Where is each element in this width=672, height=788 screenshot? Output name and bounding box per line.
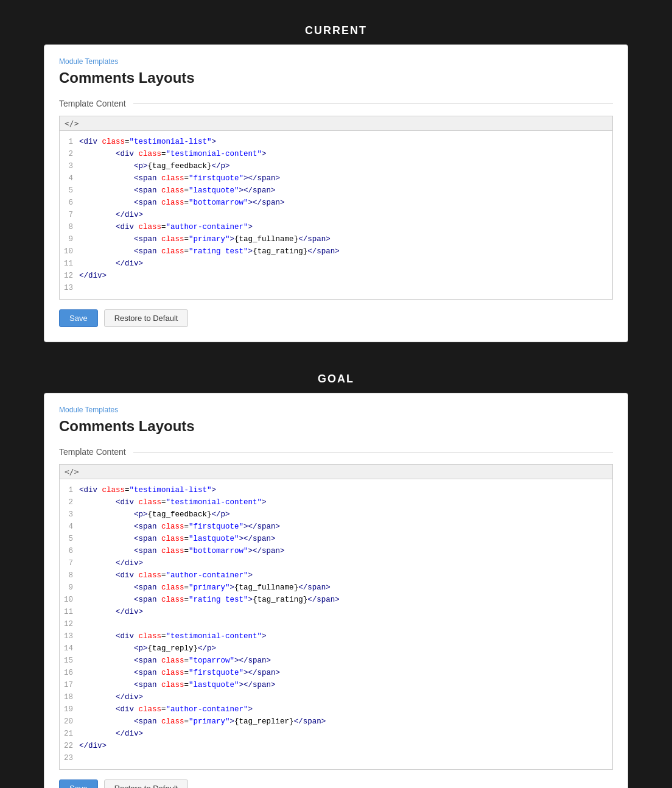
line-content: </div>: [79, 209, 612, 221]
table-row: 4 <span class="firstquote"></span>: [60, 172, 612, 185]
line-content: <div class="author-container">: [79, 703, 612, 716]
table-row: 1<div class="testimonial-list">: [60, 484, 612, 496]
table-row: 8 <div class="author-container">: [60, 221, 612, 233]
line-number: 2: [60, 148, 79, 160]
line-number: 3: [60, 160, 79, 172]
save-button-goal[interactable]: Save: [59, 779, 98, 788]
restore-button-goal[interactable]: Restore to Default: [104, 779, 189, 788]
table-row: 11 </div>: [60, 258, 612, 270]
line-content: <span class="firstquote"></span>: [79, 521, 612, 533]
line-number: 11: [60, 258, 79, 270]
line-number: 10: [60, 594, 79, 606]
line-content: <span class="rating test">{tag_rating}</…: [79, 594, 612, 606]
line-content: </div>: [79, 728, 612, 740]
table-row: 3 <p>{tag_feedback}</p>: [60, 508, 612, 521]
table-row: 3 <p>{tag_feedback}</p>: [60, 160, 612, 172]
table-row: 5 <span class="lastquote"></span>: [60, 185, 612, 197]
line-content: <span class="lastquote"></span>: [79, 679, 612, 691]
line-content: <div class="testimonial-content">: [79, 148, 612, 160]
line-number: 15: [60, 655, 79, 667]
line-number: 16: [60, 667, 79, 679]
table-row: 21 </div>: [60, 728, 612, 740]
line-content: </div>: [79, 606, 612, 618]
line-number: 19: [60, 703, 79, 716]
line-content: [79, 752, 612, 764]
editor-toolbar-label: </>: [65, 119, 79, 128]
current-section-label: CURRENT: [0, 24, 672, 37]
line-number: 1: [60, 484, 79, 496]
line-number: 10: [60, 245, 79, 258]
line-number: 12: [60, 618, 79, 630]
line-content: <span class="firstquote"></span>: [79, 667, 612, 679]
table-row: 6 <span class="bottomarrow"></span>: [60, 545, 612, 557]
line-content: <p>{tag_reply}</p>: [79, 642, 612, 655]
editor-toolbar: </>: [59, 116, 613, 131]
line-number: 17: [60, 679, 79, 691]
table-row: 10 <span class="rating test">{tag_rating…: [60, 245, 612, 258]
line-number: 9: [60, 233, 79, 245]
table-row: 22</div>: [60, 740, 612, 752]
line-number: 7: [60, 557, 79, 569]
section-heading-line-goal: [133, 452, 613, 452]
line-content: <span class="bottomarrow"></span>: [79, 545, 612, 557]
table-row: 19 <div class="author-container">: [60, 703, 612, 716]
restore-button-current[interactable]: Restore to Default: [104, 309, 189, 327]
table-row: 12: [60, 618, 612, 630]
code-editor-current[interactable]: 1<div class="testimonial-list">2 <div cl…: [59, 131, 613, 300]
line-content: <div class="author-container">: [79, 569, 612, 582]
line-number: 7: [60, 209, 79, 221]
line-number: 8: [60, 569, 79, 582]
line-number: 12: [60, 270, 79, 282]
line-content: </div>: [79, 691, 612, 703]
section-heading-line: [133, 104, 613, 104]
line-number: 3: [60, 508, 79, 521]
table-row: 12</div>: [60, 270, 612, 282]
line-number: 14: [60, 642, 79, 655]
table-row: 1<div class="testimonial-list">: [60, 136, 612, 148]
line-number: 4: [60, 172, 79, 185]
line-content: <span class="bottomarrow"></span>: [79, 197, 612, 209]
goal-section-label: GOAL: [0, 373, 672, 385]
table-row: 15 <span class="toparrow"></span>: [60, 655, 612, 667]
table-row: 23: [60, 752, 612, 764]
editor-toolbar-goal: </>: [59, 464, 613, 479]
table-row: 9 <span class="primary">{tag_fullname}</…: [60, 582, 612, 594]
button-row-current: Save Restore to Default: [59, 309, 613, 327]
section-heading-text-goal: Template Content: [59, 447, 126, 457]
page-title-goal: Comments Layouts: [59, 418, 613, 435]
line-content: <span class="primary">{tag_fullname}</sp…: [79, 582, 612, 594]
line-content: </div>: [79, 258, 612, 270]
table-row: 11 </div>: [60, 606, 612, 618]
line-number: 13: [60, 630, 79, 642]
line-number: 4: [60, 521, 79, 533]
table-row: 4 <span class="firstquote"></span>: [60, 521, 612, 533]
line-number: 5: [60, 533, 79, 545]
line-number: 20: [60, 716, 79, 728]
table-row: 13: [60, 282, 612, 294]
line-content: [79, 618, 612, 630]
line-content: <div class="author-container">: [79, 221, 612, 233]
line-content: <p>{tag_feedback}</p>: [79, 508, 612, 521]
table-row: 2 <div class="testimonial-content">: [60, 496, 612, 508]
line-content: <span class="toparrow"></span>: [79, 655, 612, 667]
breadcrumb: Module Templates: [59, 57, 613, 66]
line-content: </div>: [79, 557, 612, 569]
section-heading: Template Content: [59, 99, 613, 108]
table-row: 10 <span class="rating test">{tag_rating…: [60, 594, 612, 606]
line-content: <div class="testimonial-content">: [79, 496, 612, 508]
table-row: 2 <div class="testimonial-content">: [60, 148, 612, 160]
table-row: 5 <span class="lastquote"></span>: [60, 533, 612, 545]
line-number: 5: [60, 185, 79, 197]
line-number: 18: [60, 691, 79, 703]
line-number: 1: [60, 136, 79, 148]
save-button-current[interactable]: Save: [59, 309, 98, 327]
button-row-goal: Save Restore to Default: [59, 779, 613, 788]
line-number: 23: [60, 752, 79, 764]
line-number: 11: [60, 606, 79, 618]
table-row: 16 <span class="firstquote"></span>: [60, 667, 612, 679]
table-row: 9 <span class="primary">{tag_fullname}</…: [60, 233, 612, 245]
line-content: <span class="lastquote"></span>: [79, 185, 612, 197]
code-editor-goal[interactable]: 1<div class="testimonial-list">2 <div cl…: [59, 479, 613, 770]
breadcrumb-goal: Module Templates: [59, 406, 613, 414]
line-content: <span class="primary">{tag_fullname}</sp…: [79, 233, 612, 245]
